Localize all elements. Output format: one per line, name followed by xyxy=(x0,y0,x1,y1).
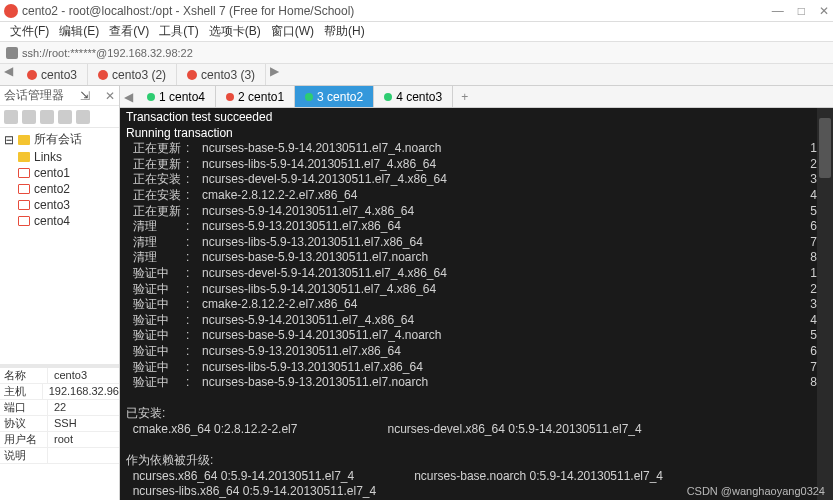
prop-key: 主机 xyxy=(0,384,43,399)
minimize-button[interactable]: — xyxy=(772,4,784,18)
term-line xyxy=(126,437,827,453)
status-dot-icon xyxy=(305,93,313,101)
session-icon xyxy=(18,200,30,210)
terminal-scrollbar[interactable] xyxy=(817,108,833,500)
tab-next[interactable]: ▶ xyxy=(266,64,283,85)
term-line: cmake.x86_64 0:2.8.12.2-2.el7 ncurses-de… xyxy=(126,422,827,438)
window-titlebar: cento2 - root@localhost:/opt - Xshell 7 … xyxy=(0,0,833,22)
session-icon xyxy=(98,70,108,80)
terminal-tab-1[interactable]: 1 cento4 xyxy=(137,86,216,107)
terminal-tab-2[interactable]: 2 cento1 xyxy=(216,86,295,107)
app-icon xyxy=(4,4,18,18)
term-line: 验证中:ncurses-base-5.9-13.20130511.el7.noa… xyxy=(126,375,827,391)
tree-item-cento1[interactable]: cento1 xyxy=(2,165,117,181)
menu-tools[interactable]: 工具(T) xyxy=(155,23,202,40)
prop-key: 名称 xyxy=(0,368,48,383)
prop-key: 用户名 xyxy=(0,432,48,447)
term-line: 验证中:ncurses-libs-5.9-14.20130511.el7_4.x… xyxy=(126,282,827,298)
term-line: 验证中:ncurses-libs-5.9-13.20130511.el7.x86… xyxy=(126,360,827,376)
tab-prev[interactable]: ◀ xyxy=(0,64,17,85)
status-dot-icon xyxy=(384,93,392,101)
small-tab-3[interactable]: cento3 (3) xyxy=(177,64,266,85)
small-tab-label: cento3 (3) xyxy=(201,68,255,82)
connection-bar: ssh://root:******@192.168.32.98:22 xyxy=(0,42,833,64)
props-icon[interactable] xyxy=(76,110,90,124)
close-button[interactable]: ✕ xyxy=(819,4,829,18)
menu-file[interactable]: 文件(F) xyxy=(6,23,53,40)
tree-label: cento2 xyxy=(34,182,70,196)
session-icon xyxy=(18,168,30,178)
terminal-tab-4[interactable]: 4 cento3 xyxy=(374,86,453,107)
term-line: 验证中:ncurses-5.9-14.20130511.el7_4.x86_64… xyxy=(126,313,827,329)
new-session-icon[interactable] xyxy=(4,110,18,124)
term-line: 清理:ncurses-base-5.9-13.20130511.el7.noar… xyxy=(126,250,827,266)
scroll-thumb[interactable] xyxy=(819,118,831,178)
prop-key: 端口 xyxy=(0,400,48,415)
add-tab-button[interactable]: + xyxy=(453,90,476,104)
tab-scroll-left[interactable]: ◀ xyxy=(120,90,137,104)
prop-val: 22 xyxy=(48,401,66,413)
status-dot-icon xyxy=(226,93,234,101)
tree-label: cento4 xyxy=(34,214,70,228)
term-line: 作为依赖被升级: xyxy=(126,453,827,469)
term-line: 验证中:ncurses-devel-5.9-14.20130511.el7_4.… xyxy=(126,266,827,282)
term-line: 正在更新:ncurses-5.9-14.20130511.el7_4.x86_6… xyxy=(126,204,827,220)
term-line: 正在安装:cmake-2.8.12.2-2.el7.x86_644/8 xyxy=(126,188,827,204)
term-line xyxy=(126,391,827,407)
term-line: 已安装: xyxy=(126,406,827,422)
session-tabs-row: ◀ cento3 cento3 (2) cento3 (3) ▶ xyxy=(0,64,833,86)
menu-tabs[interactable]: 选项卡(B) xyxy=(205,23,265,40)
menu-window[interactable]: 窗口(W) xyxy=(267,23,318,40)
prop-key: 协议 xyxy=(0,416,48,431)
session-icon xyxy=(27,70,37,80)
maximize-button[interactable]: □ xyxy=(798,4,805,18)
tree-item-links[interactable]: Links xyxy=(2,149,117,165)
tree-label: 所有会话 xyxy=(34,131,82,148)
prop-row: 用户名root xyxy=(0,432,119,448)
menu-view[interactable]: 查看(V) xyxy=(105,23,153,40)
delete-icon[interactable] xyxy=(58,110,72,124)
tree-label: cento3 xyxy=(34,198,70,212)
tree-root[interactable]: ⊟所有会话 xyxy=(2,130,117,149)
prop-val: root xyxy=(48,433,73,445)
term-line: 清理:ncurses-5.9-13.20130511.el7.x86_646/8 xyxy=(126,219,827,235)
prop-key: 说明 xyxy=(0,448,48,463)
session-icon xyxy=(187,70,197,80)
term-line: 正在更新:ncurses-base-5.9-14.20130511.el7_4.… xyxy=(126,141,827,157)
tree-item-cento4[interactable]: cento4 xyxy=(2,213,117,229)
prop-val: 192.168.32.96 xyxy=(43,385,119,397)
term-line: ncurses.x86_64 0:5.9-14.20130511.el7_4 n… xyxy=(126,469,827,485)
tree-item-cento3[interactable]: cento3 xyxy=(2,197,117,213)
term-line: Transaction test succeeded xyxy=(126,110,827,126)
panel-title: 会话管理器 xyxy=(4,87,64,104)
panel-pin-icon[interactable]: ⇲ xyxy=(80,89,90,103)
session-tree[interactable]: ⊟所有会话 Links cento1 cento2 cento3 cento4 xyxy=(0,128,119,231)
session-icon xyxy=(18,216,30,226)
tree-item-cento2[interactable]: cento2 xyxy=(2,181,117,197)
term-line: 正在安装:ncurses-devel-5.9-14.20130511.el7_4… xyxy=(126,172,827,188)
connection-string[interactable]: ssh://root:******@192.168.32.98:22 xyxy=(22,47,193,59)
prop-row: 端口22 xyxy=(0,400,119,416)
small-tab-2[interactable]: cento3 (2) xyxy=(88,64,177,85)
tab-label: 1 cento4 xyxy=(159,90,205,104)
tab-label: 4 cento3 xyxy=(396,90,442,104)
panel-close-icon[interactable]: ✕ xyxy=(105,89,115,103)
folder-icon xyxy=(18,135,30,145)
terminal-output[interactable]: Transaction test succeeded Running trans… xyxy=(120,108,833,500)
terminal-tabs: ◀ 1 cento4 2 cento1 3 cento2 4 cento3 + xyxy=(120,86,833,108)
tree-label: Links xyxy=(34,150,62,164)
term-line: 验证中:ncurses-base-5.9-14.20130511.el7_4.n… xyxy=(126,328,827,344)
menu-edit[interactable]: 编辑(E) xyxy=(55,23,103,40)
terminal-tab-3[interactable]: 3 cento2 xyxy=(295,86,374,107)
small-tab-label: cento3 (2) xyxy=(112,68,166,82)
prop-val: SSH xyxy=(48,417,77,429)
copy-icon[interactable] xyxy=(40,110,54,124)
term-line: Running transaction xyxy=(126,126,827,142)
prop-row: 协议SSH xyxy=(0,416,119,432)
small-tab-1[interactable]: cento3 xyxy=(17,64,88,85)
session-icon xyxy=(18,184,30,194)
window-title: cento2 - root@localhost:/opt - Xshell 7 … xyxy=(22,4,772,18)
new-folder-icon[interactable] xyxy=(22,110,36,124)
menu-help[interactable]: 帮助(H) xyxy=(320,23,369,40)
tab-label: 2 cento1 xyxy=(238,90,284,104)
